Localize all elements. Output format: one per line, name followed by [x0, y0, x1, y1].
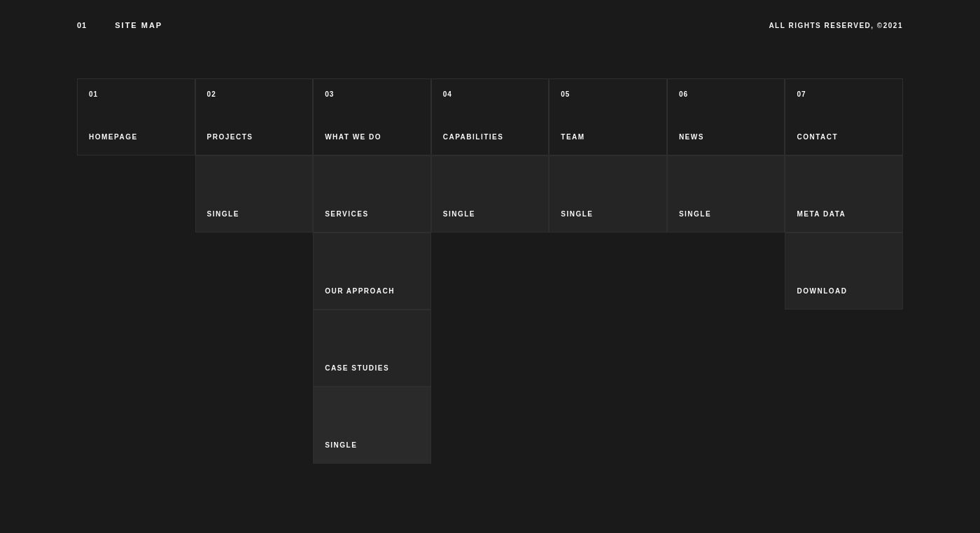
cell-label: TEAM	[561, 133, 584, 141]
cell-capabilities-single[interactable]: SINGLE	[431, 155, 550, 233]
column-02: 02 PROJECTS SINGLE	[195, 78, 314, 464]
cell-label: NEWS	[679, 133, 704, 141]
cell-label: WHAT WE DO	[325, 133, 382, 141]
sitemap-grid: 01 HOMEPAGE 02 PROJECTS SINGLE 03 WHAT W…	[0, 50, 980, 492]
cell-label: META DATA	[797, 210, 846, 218]
cell-label: PROJECTS	[207, 133, 253, 141]
column-06: 06 NEWS SINGLE	[667, 78, 785, 464]
cell-label: CAPABILITIES	[443, 133, 504, 141]
cell-label: CASE STUDIES	[325, 364, 389, 372]
cell-label: SINGLE	[679, 210, 711, 218]
header-rights: ALL RIGHTS RESERVED, ©2021	[769, 22, 903, 29]
cell-label: OUR APPROACH	[325, 287, 395, 295]
cell-case-studies[interactable]: CASE STUDIES	[313, 310, 431, 387]
cell-label: SINGLE	[443, 210, 475, 218]
cell-meta-data[interactable]: META DATA	[785, 155, 903, 233]
cell-label: HOMEPAGE	[89, 133, 138, 141]
header-title: SITE MAP	[115, 21, 162, 29]
header-number: 01	[77, 21, 87, 29]
cell-what-we-do[interactable]: 03 WHAT WE DO	[313, 78, 431, 155]
cell-capabilities[interactable]: 04 CAPABILITIES	[431, 78, 550, 155]
header: 01 SITE MAP ALL RIGHTS RESERVED, ©2021	[0, 0, 980, 50]
column-04: 04 CAPABILITIES SINGLE	[431, 78, 550, 464]
cell-news[interactable]: 06 NEWS	[667, 78, 785, 155]
column-01: 01 HOMEPAGE	[77, 78, 195, 464]
cell-number: 03	[325, 90, 334, 98]
cell-number: 04	[443, 90, 452, 98]
cell-news-single[interactable]: SINGLE	[667, 155, 785, 233]
cell-number: 02	[207, 90, 216, 98]
cell-label: DOWNLOAD	[797, 287, 847, 295]
cell-label: CONTACT	[797, 133, 838, 141]
cell-homepage[interactable]: 01 HOMEPAGE	[77, 78, 195, 155]
cell-label: SINGLE	[561, 210, 593, 218]
column-07: 07 CONTACT META DATA DOWNLOAD	[785, 78, 903, 464]
cell-team[interactable]: 05 TEAM	[549, 78, 667, 155]
cell-contact[interactable]: 07 CONTACT	[785, 78, 903, 155]
cell-number: 07	[797, 90, 806, 98]
cell-projects-single[interactable]: SINGLE	[195, 155, 314, 233]
cell-label: SINGLE	[207, 210, 239, 218]
cell-label: SINGLE	[325, 441, 357, 449]
cell-team-single[interactable]: SINGLE	[549, 155, 667, 233]
column-05: 05 TEAM SINGLE	[549, 78, 667, 464]
cell-our-approach[interactable]: OUR APPROACH	[313, 233, 431, 310]
cell-label: SERVICES	[325, 210, 368, 218]
cell-whatwedo-single[interactable]: SINGLE	[313, 387, 431, 464]
cell-number: 01	[89, 90, 98, 98]
cell-projects[interactable]: 02 PROJECTS	[195, 78, 314, 155]
cell-number: 06	[679, 90, 688, 98]
header-left: 01 SITE MAP	[77, 21, 162, 29]
cell-number: 05	[561, 90, 570, 98]
column-03: 03 WHAT WE DO SERVICES OUR APPROACH CASE…	[313, 78, 431, 464]
cell-services[interactable]: SERVICES	[313, 155, 431, 233]
cell-download[interactable]: DOWNLOAD	[785, 233, 903, 310]
